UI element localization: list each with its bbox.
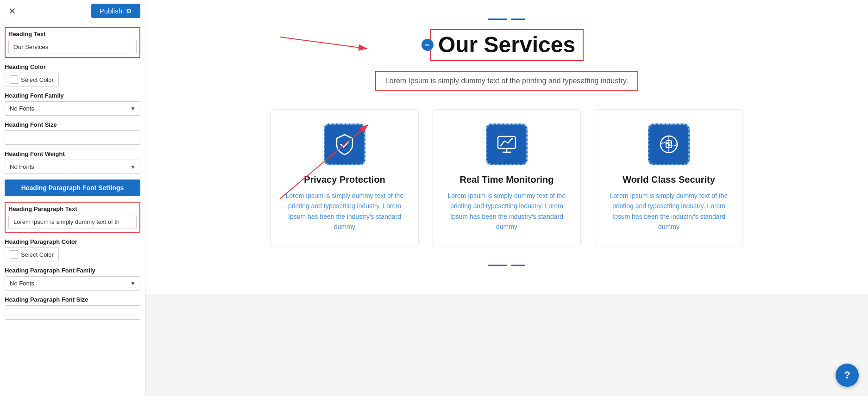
services-header: ✏ Our Services Lorem Ipsum is simply dum… (173, 29, 840, 91)
para-font-size-input[interactable] (5, 305, 140, 320)
card-icon-security (648, 124, 690, 165)
shield-check-icon (333, 133, 356, 156)
cards-row: Privacy Protection Lorem Ipsum is simply… (173, 109, 840, 247)
top-line-1 (488, 19, 507, 20)
bottom-decorative-lines (173, 265, 840, 275)
para-text-label: Heading Paragraph Text (8, 205, 137, 212)
para-font-family-wrapper: No Fonts ▼ (5, 276, 140, 291)
heading-text-label: Heading Text (8, 31, 137, 37)
floating-help-button[interactable]: ? (836, 364, 859, 387)
heading-font-weight-select[interactable]: No Fonts (5, 160, 140, 174)
para-color-btn-label: Select Color (21, 251, 54, 258)
para-font-family-group: Heading Paragraph Font Family No Fonts ▼ (5, 267, 140, 291)
card-title-monitoring: Real Time Monitoring (460, 174, 554, 185)
para-text-group: Heading Paragraph Text (5, 202, 140, 233)
para-font-family-select[interactable]: No Fonts (5, 276, 140, 291)
services-heading: Our Services (438, 33, 575, 57)
heading-color-group: Heading Color Select Color (5, 63, 140, 87)
bottom-line-2 (511, 265, 525, 266)
card-text-privacy: Lorem Ipsum is simply dummy text of the … (280, 191, 409, 232)
heading-color-swatch (10, 75, 18, 84)
main-content: ✏ Our Services Lorem Ipsum is simply dum… (145, 0, 868, 396)
publish-label: Publish (100, 7, 122, 15)
card-title-privacy: Privacy Protection (304, 174, 385, 185)
para-font-family-label: Heading Paragraph Font Family (5, 267, 140, 274)
card-text-monitoring: Lorem Ipsum is simply dummy text of the … (442, 191, 571, 232)
edit-icon: ✏ (421, 39, 434, 51)
para-color-swatch (10, 250, 18, 259)
heading-font-family-group: Heading Font Family No Fonts ▼ (5, 92, 140, 116)
card-text-security: Lorem Ipsum is simply dummy text of the … (604, 191, 733, 232)
para-font-size-label: Heading Paragraph Font Size (5, 296, 140, 303)
heading-text-group: Heading Text (5, 27, 140, 58)
card-icon-privacy (324, 124, 365, 165)
heading-box: ✏ Our Services (430, 29, 584, 61)
heading-font-family-label: Heading Font Family (5, 92, 140, 99)
heading-color-button[interactable]: Select Color (5, 73, 59, 87)
para-color-group: Heading Paragraph Color Select Color (5, 238, 140, 261)
top-decorative-lines (173, 19, 840, 20)
lock-globe-icon (657, 133, 680, 156)
heading-paragraph-font-settings-button[interactable]: Heading Paragraph Font Settings (5, 179, 140, 196)
publish-button[interactable]: Publish ⚙ (91, 4, 140, 18)
monitor-chart-icon (495, 133, 518, 156)
para-color-button[interactable]: Select Color (5, 248, 59, 261)
services-section: ✏ Our Services Lorem Ipsum is simply dum… (145, 0, 868, 294)
card-title-security: World Class Security (623, 174, 715, 185)
gear-icon: ⚙ (126, 7, 132, 15)
heading-font-family-wrapper: No Fonts ▼ (5, 101, 140, 116)
services-paragraph: Lorem Ipsum is simply dummy text of the … (385, 77, 628, 85)
card-world-class-security: World Class Security Lorem Ipsum is simp… (595, 109, 743, 247)
close-button[interactable]: ✕ (5, 4, 20, 19)
heading-color-label: Heading Color (5, 63, 140, 70)
heading-font-weight-wrapper: No Fonts ▼ (5, 160, 140, 174)
card-real-time-monitoring: Real Time Monitoring Lorem Ipsum is simp… (433, 109, 581, 247)
card-privacy-protection: Privacy Protection Lorem Ipsum is simply… (270, 109, 419, 247)
heading-font-size-label: Heading Font Size (5, 121, 140, 128)
heading-font-size-group: Heading Font Size (5, 121, 140, 145)
heading-font-family-select[interactable]: No Fonts (5, 101, 140, 116)
left-panel: ✕ Publish ⚙ Heading Text Heading Color S… (0, 0, 145, 396)
para-color-label: Heading Paragraph Color (5, 238, 140, 245)
heading-font-size-input[interactable] (5, 130, 140, 145)
heading-color-btn-label: Select Color (21, 76, 54, 83)
heading-font-weight-label: Heading Font Weight (5, 150, 140, 157)
para-text-input[interactable] (8, 215, 137, 229)
panel-body: Heading Text Heading Color Select Color … (0, 22, 145, 396)
bottom-line-1 (488, 265, 507, 266)
heading-font-weight-group: Heading Font Weight No Fonts ▼ (5, 150, 140, 174)
top-line-2 (511, 19, 525, 20)
panel-header: ✕ Publish ⚙ (0, 0, 145, 22)
para-font-size-group: Heading Paragraph Font Size (5, 296, 140, 320)
paragraph-box: Lorem Ipsum is simply dummy text of the … (375, 71, 638, 91)
heading-text-input[interactable] (8, 40, 137, 54)
svg-point-3 (511, 138, 513, 140)
card-icon-monitoring (486, 124, 528, 165)
